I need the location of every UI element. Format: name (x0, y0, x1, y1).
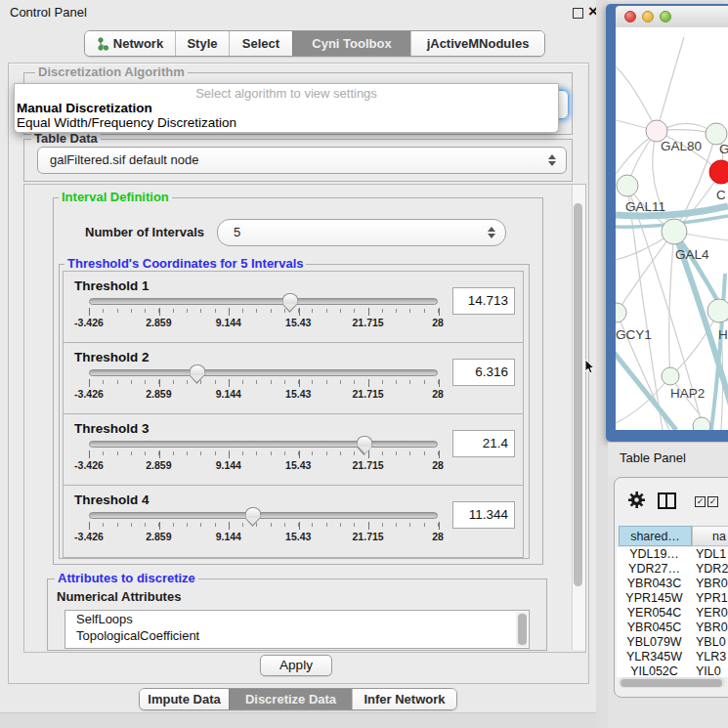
checkbox-icon[interactable]: ✓ (707, 496, 718, 507)
cyni-bottom-tabbar: Impute Data Discretize Data Infer Networ… (139, 688, 457, 710)
column-visibility-icon[interactable] (658, 492, 676, 509)
dropdown-option-manual[interactable]: Manual Discretization (17, 101, 556, 116)
tab-select[interactable]: Select (229, 31, 292, 56)
slider-tick-labels: -3.4262.8599.14415.4321.71528 (89, 459, 438, 471)
node-gal11[interactable] (617, 175, 638, 196)
apply-button[interactable]: Apply (260, 655, 332, 676)
tab-discretize-data[interactable]: Discretize Data (229, 689, 352, 709)
horizontal-scrollbar-thumb[interactable] (621, 679, 722, 687)
threshold-row-2: Threshold 2 -3.4262.8599.14415.4321.7152… (63, 342, 524, 415)
node-h[interactable] (707, 299, 728, 322)
table-panel-title: Table Panel (620, 450, 686, 465)
node-hap2[interactable] (662, 367, 679, 385)
close-traffic-light-icon[interactable] (624, 11, 636, 22)
network-window-titlebar[interactable] (616, 6, 728, 28)
slider-track[interactable] (89, 512, 438, 519)
control-panel: Control Panel × Network Style Select Cyn… (0, 0, 597, 728)
table-row[interactable]: YPR145WYPR1 (617, 591, 728, 606)
slider-ticks (89, 522, 439, 530)
threshold-3-slider[interactable]: -3.4262.8599.14415.4321.71528 (89, 441, 438, 474)
column-header-name[interactable]: na (692, 526, 728, 546)
table-row[interactable]: YBR045CYBR0 (617, 621, 728, 635)
thresholds-group-label: Threshold's Coordinates for 5 Intervals (64, 257, 306, 270)
list-item[interactable]: BetweennessCentrality (65, 644, 529, 649)
tab-network[interactable]: Network (85, 31, 175, 56)
slider-track[interactable] (89, 298, 438, 305)
window-bottom-strip (0, 712, 596, 728)
slider-thumb[interactable] (189, 364, 205, 375)
threshold-3-value-field[interactable]: 21.4 (452, 430, 515, 457)
node-label: GAL4 (675, 247, 709, 262)
list-item[interactable]: SelfLoops (65, 611, 529, 627)
table-row[interactable]: YLR345WYLR3 (617, 650, 728, 664)
zoom-traffic-light-icon[interactable] (660, 11, 671, 22)
slider-thumb[interactable] (281, 293, 298, 304)
float-window-icon[interactable] (573, 8, 583, 19)
slider-ticks (89, 450, 439, 458)
network-view-window: GAL80 GA C GAL11 GAL4 GCY1 H HAP2 (606, 4, 728, 442)
combo-arrows-icon (548, 154, 557, 166)
slider-thumb[interactable] (357, 436, 373, 447)
node-label: GAL11 (625, 199, 665, 214)
table-row[interactable]: YER054CYER0 (617, 606, 728, 621)
number-of-intervals-value: 5 (234, 220, 240, 245)
list-scrollbar[interactable] (516, 612, 528, 647)
tab-impute-data[interactable]: Impute Data (140, 689, 229, 709)
node-selected-red[interactable] (709, 160, 728, 184)
list-scrollbar-thumb[interactable] (518, 614, 527, 645)
threshold-2-slider[interactable]: -3.4262.8599.14415.4321.71528 (89, 369, 438, 403)
table-row[interactable]: YBR043CYBR0 (617, 577, 728, 591)
node-table-rows: YDL19…YDL1 YDR27…YDR2 YBR043CYBR0 YPR145… (617, 547, 728, 677)
node-label: GAL80 (661, 139, 702, 153)
slider-tick-labels: -3.4262.8599.14415.4321.71528 (89, 317, 438, 328)
threshold-row-1: Threshold 1 -3.4262.8599.14415.4321.7152… (63, 271, 524, 344)
dropdown-placeholder: Select algorithm to view settings (15, 86, 558, 101)
threshold-4-slider[interactable]: -3.4262.8599.14415.4321.71528 (89, 512, 438, 545)
horizontal-scrollbar[interactable] (619, 677, 725, 688)
table-row[interactable]: YDR27…YDR2 (617, 562, 728, 577)
table-panel: ✓ ✓ shared… na YDL19…YDL1 YDR27…YDR2 YBR… (614, 477, 728, 698)
slider-tick-labels: -3.4262.8599.14415.4321.71528 (89, 388, 438, 400)
threshold-1-slider[interactable]: -3.4262.8599.14415.4321.71528 (89, 298, 438, 331)
node-partial[interactable] (693, 417, 710, 430)
tab-network-label: Network (113, 36, 163, 51)
control-panel-tabbar: Network Style Select Cyni Toolbox jActiv… (84, 30, 545, 57)
table-data-combobox[interactable]: galFiltered.sif default node (37, 147, 567, 174)
table-data-value: galFiltered.sif default node (50, 148, 198, 173)
threshold-3-label: Threshold 3 (74, 421, 150, 436)
node-label: HAP2 (670, 386, 705, 401)
vertical-scrollbar-thumb[interactable] (574, 203, 582, 586)
table-row[interactable]: YDL19…YDL1 (617, 547, 728, 562)
network-canvas[interactable]: GAL80 GA C GAL11 GAL4 GCY1 H HAP2 (616, 27, 728, 430)
threshold-1-value-field[interactable]: 14.713 (452, 287, 515, 315)
slider-thumb[interactable] (244, 507, 261, 518)
tab-infer-network[interactable]: Infer Network (352, 689, 456, 709)
table-row[interactable]: YIL052CYIL0 (617, 664, 728, 677)
tab-jactivemnodules[interactable]: jActiveMNodules (410, 31, 544, 56)
slider-track[interactable] (89, 441, 438, 448)
checkbox-icon[interactable]: ✓ (695, 496, 706, 507)
node-label: C (716, 188, 726, 202)
threshold-4-value-field[interactable]: 11.344 (452, 501, 515, 529)
panel-title: Control Panel (10, 5, 87, 20)
list-item[interactable]: TopologicalCoefficient (65, 627, 529, 644)
slider-track[interactable] (89, 369, 438, 376)
tab-style[interactable]: Style (175, 31, 229, 56)
combo-arrows-icon (488, 227, 496, 238)
tab-cyni-toolbox[interactable]: Cyni Toolbox (292, 31, 410, 56)
dropdown-option-equal-width[interactable]: Equal Width/Frequency Discretization (17, 115, 556, 131)
number-of-intervals-combobox[interactable]: 5 (217, 219, 506, 246)
network-nodes[interactable] (616, 120, 728, 430)
table-row[interactable]: YBL079WYBL0 (617, 635, 728, 650)
node-gal4[interactable] (662, 219, 687, 244)
threshold-2-value-field[interactable]: 6.316 (452, 359, 515, 386)
column-header-shared-name[interactable]: shared… (619, 526, 692, 546)
numerical-attributes-list[interactable]: SelfLoops TopologicalCoefficient Between… (64, 610, 530, 649)
screenshot-root: { "titlebar": { "title": "Control Panel"… (0, 0, 728, 728)
number-of-intervals-label: Number of Intervals (85, 225, 204, 239)
network-icon (97, 37, 109, 51)
slider-ticks (89, 379, 439, 387)
minimize-traffic-light-icon[interactable] (642, 11, 654, 22)
node-gcy1[interactable] (616, 303, 626, 322)
gear-icon[interactable] (628, 492, 645, 508)
